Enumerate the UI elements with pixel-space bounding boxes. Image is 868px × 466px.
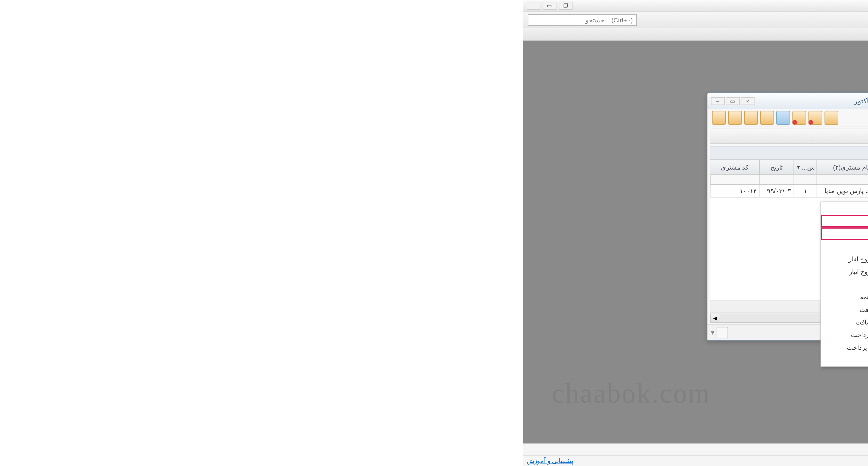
inner-titlebar: ? فهرست پیش فاکتور – ▭ × xyxy=(708,93,868,109)
toolbar-mail-icon[interactable] xyxy=(776,111,790,124)
toolbar-box-icon[interactable] xyxy=(712,111,726,124)
search-input[interactable] xyxy=(528,14,637,26)
cell-date: ۹۹/۰۳/۰۳ xyxy=(759,185,794,197)
cell-name2: شرکت پارس نوین مدیا xyxy=(816,185,868,197)
toolbar-box-icon[interactable] xyxy=(761,111,774,124)
ctx-delete-notice[interactable]: 📋حذف اعلامیه پرداخت xyxy=(821,341,868,354)
cell-sh: ۱ xyxy=(794,185,817,197)
group-by-bar[interactable]: جهت گروهبندی ستون موردنظر خود را در این … xyxy=(710,146,868,159)
window-controls: – ▭ ❐ xyxy=(527,2,572,10)
globe-icon[interactable] xyxy=(717,326,728,338)
col-customer-code[interactable]: کد مشتری xyxy=(710,160,759,174)
table-row[interactable]: ◄ ۰ سرپرست شرکت پارس نوین مدیا شرکت پارس… xyxy=(710,185,868,197)
menubar: عملیات راهنما پنجره xyxy=(523,12,868,28)
inner-minimize-button[interactable]: – xyxy=(711,97,724,105)
watermark: chaabok.com xyxy=(552,377,711,409)
col-date[interactable]: تاریخ xyxy=(759,160,794,174)
ctx-new[interactable]: 📄جدید xyxy=(821,202,868,215)
workspace: ? فهرست پیش فاکتور – ▭ × xyxy=(523,41,868,443)
toolbar-box-icon[interactable] xyxy=(744,111,758,124)
inner-close-button[interactable]: × xyxy=(741,97,754,105)
toolbar xyxy=(708,109,868,126)
filter-bar: ▼ برای اضافه کردن شرط پیشرفته در اینجا ک… xyxy=(710,129,868,144)
statusbar-desk: میز کار xyxy=(523,443,868,455)
cell-code: ۱۰۰۱۴ xyxy=(710,185,759,197)
minimize-button[interactable]: – xyxy=(527,2,540,10)
ctx-issue-exit[interactable]: 📦صدور سند خروج انبار xyxy=(821,253,868,265)
maximize-button[interactable]: ▭ xyxy=(543,2,556,10)
col-sh[interactable]: ش...▼ xyxy=(794,160,817,174)
scroll-left-button[interactable]: ◀ xyxy=(710,314,719,322)
ctx-prepay[interactable]: 💳ثبت پیش دریافت xyxy=(821,303,868,316)
grid-filter-row: ▼ xyxy=(710,175,868,185)
restore-button[interactable]: ❐ xyxy=(559,2,572,10)
support-link[interactable]: پشتیبانی و آموزش xyxy=(527,457,573,465)
ctx-delete[interactable]: ✕حذف xyxy=(821,228,868,240)
advanced-filter-button[interactable]: ▼ برای اضافه کردن شرط پیشرفته در اینجا ک… xyxy=(710,129,868,143)
ctx-payment-notice[interactable]: 📋ثبت اعلامیه پرداخت xyxy=(821,329,868,341)
toolbar-delete-icon[interactable] xyxy=(808,111,822,124)
toolbar-alert-icon[interactable] xyxy=(792,111,806,124)
ctx-view[interactable]: 👁مشاهده xyxy=(821,354,868,366)
ctx-delete-prepay[interactable]: 💳حذف پیش دریافت xyxy=(821,316,868,328)
titlebar: شبکه آموزشی چابک – ▭ ❐ xyxy=(523,0,868,12)
context-menu: 📄جدید ✎ویرایش ✕حذف ⧉تکثیر 📦صدور سند خروج… xyxy=(820,202,868,367)
col-customer-name2[interactable]: نام مشتری(۲) xyxy=(816,160,868,174)
tab-strip: فهرست پیش فاکتور × xyxy=(523,28,868,40)
inner-maximize-button[interactable]: ▭ xyxy=(726,97,740,105)
grid-header: 🔍 گروه مشتری مدت اعتبار صادرکننده نام مش… xyxy=(710,160,868,175)
statusbar-info: کاربر : سرپرست ارز پایه : ریال سال مالی … xyxy=(523,455,868,466)
ctx-duplicate[interactable]: ⧉تکثیر xyxy=(821,240,868,253)
ctx-finalize[interactable]: 🔒خاتمه دادن xyxy=(821,278,868,291)
ctx-delete-exit[interactable]: 📦حذف سند خروج انبار xyxy=(821,265,868,278)
ctx-unfinalize[interactable]: 🔓برگشت از خاتمه xyxy=(821,291,868,303)
inner-title: فهرست پیش فاکتور xyxy=(754,97,868,105)
toolbar-box-icon[interactable] xyxy=(728,111,742,124)
toolbar-folder-icon[interactable] xyxy=(825,111,838,124)
ctx-edit[interactable]: ✎ویرایش xyxy=(821,215,868,227)
